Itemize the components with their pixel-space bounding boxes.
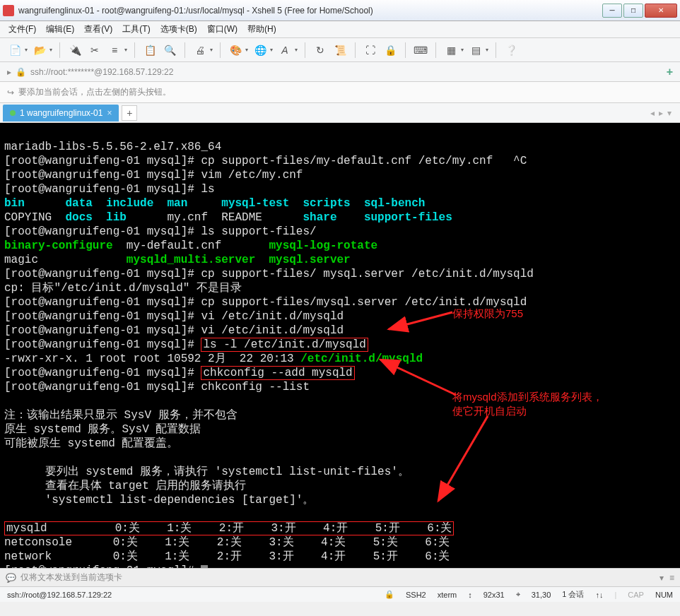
prompt: [root@wangruifeng-01 mysql]# (4, 169, 194, 182)
svg-line-3 (438, 416, 488, 501)
minimize-button[interactable]: ─ (602, 4, 622, 18)
ls-entry: data (65, 197, 92, 210)
script-icon[interactable]: 📜 (332, 42, 348, 58)
prompt: [root@wangruifeng-01 mysql]# (4, 155, 194, 167)
layout-icon[interactable]: ▦ (443, 42, 459, 58)
sendbar-dropdown-icon[interactable]: ▾ (660, 573, 664, 583)
refresh-icon[interactable]: ↻ (312, 42, 328, 58)
sendbar-text: 仅将文本发送到当前选项卡 (20, 571, 122, 584)
arrow-icon (431, 413, 495, 504)
color-icon[interactable]: 🎨 (228, 42, 243, 58)
new-tab-button[interactable]: + (122, 105, 137, 121)
tab-next-icon[interactable]: ▸ (659, 108, 663, 118)
fullscreen-icon[interactable]: ⛶ (363, 42, 378, 58)
dropdown-icon[interactable]: ▾ (245, 47, 248, 53)
command: ls (194, 183, 215, 196)
ls-entry: scripts (303, 197, 351, 210)
boxed-command: chkconfig --add mysqld (201, 366, 354, 380)
grid-icon[interactable]: ▤ (468, 42, 483, 58)
send-icon[interactable]: 💬 (6, 573, 16, 583)
info-arrow-icon[interactable]: ↪ (7, 88, 14, 97)
close-button[interactable]: ✕ (645, 4, 677, 18)
cursor (201, 565, 208, 568)
terminal-line: 原生 systemd 服务。SysV 配置数据 (4, 423, 201, 436)
status-updown-icon: ↑↓ (595, 591, 603, 599)
prompt: [root@wangruifeng-01 mysql]# (4, 183, 194, 196)
service-row: mysqld 0:关 1:关 2:开 3:开 4:开 5:开 6:关 (4, 521, 454, 535)
reconnect-icon[interactable]: 🔌 (67, 42, 83, 58)
terminal-line: 查看在具体 target 启用的服务请执行 (4, 480, 246, 492)
add-session-button[interactable]: + (667, 66, 673, 78)
menu-tabs[interactable]: 选项卡(B) (160, 23, 197, 35)
disconnect-icon[interactable]: ✂ (87, 42, 102, 58)
prompt: [root@wangruifeng-01 mysql]# (4, 367, 194, 379)
ls-entry: mysql-log-rotate (269, 239, 377, 252)
service-row: network 0:关 1:关 2:开 3:开 4:开 5:开 6:关 (4, 550, 450, 563)
statusbar: ssh://root@192.168.57.129:22 🔒 SSH2 xter… (0, 586, 680, 602)
globe-icon[interactable]: 🌐 (252, 42, 268, 58)
prompt: [root@wangruifeng-01 mysql]# (4, 338, 194, 351)
toolbar: 📄▾ 📂▾ 🔌 ✂ ≡▾ 📋 🔍 🖨▾ 🎨▾ 🌐▾ A▾ ↻ 📜 ⛶ 🔒 ⌨ ▦… (0, 38, 680, 62)
find-icon[interactable]: 🔍 (162, 42, 177, 58)
keyboard-icon[interactable]: ⌨ (413, 42, 428, 58)
menu-window[interactable]: 窗口(W) (207, 23, 238, 35)
status-connection: ssh://root@192.168.57.129:22 (7, 591, 112, 599)
terminal[interactable]: mariadb-libs-5.5.56-2.el7.x86_64 [root@w… (0, 123, 680, 568)
tab-prev-icon[interactable]: ◂ (650, 108, 655, 118)
tab-close-icon[interactable]: × (107, 108, 112, 118)
sendbar-menu-icon[interactable]: ≡ (669, 573, 674, 583)
menu-view[interactable]: 查看(V) (84, 23, 112, 35)
menu-edit[interactable]: 编辑(E) (46, 23, 74, 35)
status-size: 92x31 (483, 591, 505, 599)
service-row: netconsole 0:关 1:关 2:关 3:关 4:关 5:关 6:关 (4, 536, 450, 549)
tab-list-icon[interactable]: ▾ (667, 108, 672, 118)
ls-entry: include (106, 197, 153, 210)
dropdown-icon[interactable]: ▾ (25, 47, 28, 53)
print-icon[interactable]: 🖨 (192, 42, 208, 58)
dropdown-icon[interactable]: ▾ (486, 47, 488, 53)
ls-entry: my-default.cnf (127, 239, 221, 252)
prompt: [root@wangruifeng-01 mysql]# (4, 296, 194, 309)
prompt: [root@wangruifeng-01 mysql]# (4, 381, 194, 393)
lock-icon[interactable]: 🔒 (382, 42, 398, 58)
terminal-line: -rwxr-xr-x. 1 root root 10592 2月 22 20:1… (4, 353, 300, 365)
address-text[interactable]: ssh://root:********@192.168.57.129:22 (30, 67, 173, 77)
ls-entry: magic (4, 254, 38, 266)
dropdown-icon[interactable]: ▾ (124, 47, 127, 53)
dropdown-icon[interactable]: ▾ (49, 47, 52, 53)
help-icon[interactable]: ❔ (503, 42, 519, 58)
ls-entry: sql-bench (364, 197, 425, 210)
menu-file[interactable]: 文件(F) (8, 23, 36, 35)
menubar: 文件(F) 编辑(E) 查看(V) 工具(T) 选项卡(B) 窗口(W) 帮助(… (0, 21, 680, 38)
terminal-line: 可能被原生 systemd 配置覆盖。 (4, 437, 178, 450)
infobar-text: 要添加当前会话，点击左侧的箭头按钮。 (18, 86, 171, 98)
properties-icon[interactable]: ≡ (107, 42, 122, 58)
prompt: [root@wangruifeng-01 mysql]# (4, 310, 194, 323)
prompt: [root@wangruifeng-01 mysql]# (4, 324, 194, 337)
menu-help[interactable]: 帮助(H) (247, 23, 276, 35)
session-tab[interactable]: 1 wangruifenglinux-01 × (3, 105, 119, 122)
command: vi /etc/init.d/mysqld (194, 324, 344, 337)
maximize-button[interactable]: □ (623, 4, 643, 18)
session-arrow-icon[interactable]: ▸ (7, 67, 11, 77)
command (194, 338, 201, 351)
dropdown-icon[interactable]: ▾ (295, 47, 298, 53)
ls-entry: mysql.server (269, 254, 350, 266)
boxed-command: ls -l /etc/init.d/mysqld (201, 338, 368, 352)
status-num: NUM (655, 591, 673, 599)
menu-tools[interactable]: 工具(T) (122, 23, 150, 35)
dropdown-icon[interactable]: ▾ (461, 47, 464, 53)
status-ssh: SSH2 (406, 591, 426, 599)
ls-entry: lib (106, 211, 127, 224)
new-session-icon[interactable]: 📄 (7, 42, 23, 58)
open-folder-icon[interactable]: 📂 (32, 42, 47, 58)
window-titlebar: wangruifenglinux-01 - root@wangruifeng-0… (0, 0, 680, 21)
svg-line-1 (389, 312, 452, 329)
font-icon[interactable]: A (277, 42, 293, 58)
dropdown-icon[interactable]: ▾ (270, 47, 273, 53)
arrow-icon (385, 308, 456, 336)
dropdown-icon[interactable]: ▾ (210, 47, 213, 53)
status-lock-icon: 🔒 (385, 590, 394, 599)
copy-icon[interactable]: 📋 (142, 42, 158, 58)
app-icon (3, 5, 14, 16)
